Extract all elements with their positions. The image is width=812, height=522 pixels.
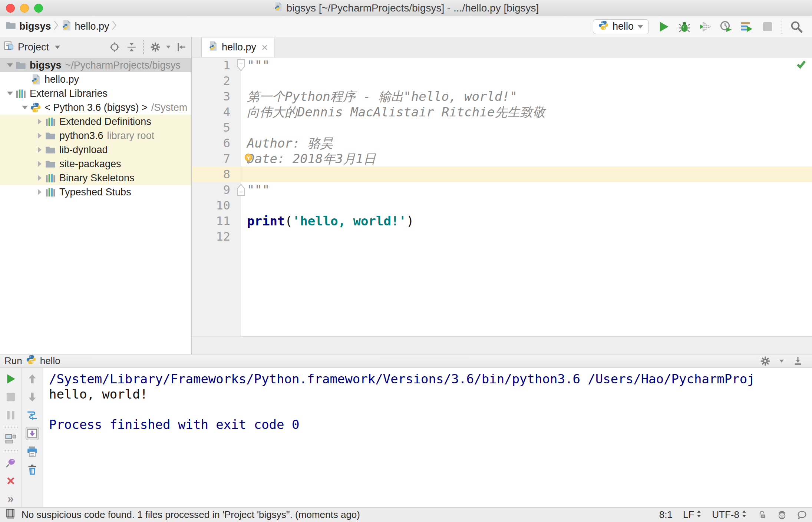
expander-open-icon[interactable] xyxy=(5,92,15,95)
run-configuration-select[interactable]: hello xyxy=(593,19,649,34)
expander-open-icon[interactable] xyxy=(20,106,30,109)
close-button[interactable] xyxy=(4,474,17,488)
collapse-all-button[interactable] xyxy=(125,41,138,53)
tree-row-typeshed-stubs[interactable]: Typeshed Stubs xyxy=(0,185,191,199)
up-stack-trace-button[interactable] xyxy=(26,372,39,386)
line-number[interactable]: 9 xyxy=(192,182,241,198)
editor-line-5[interactable]: 5 xyxy=(192,120,812,135)
hide-panel-button[interactable] xyxy=(175,41,188,53)
expander-closed-icon[interactable] xyxy=(35,189,44,195)
debug-button[interactable] xyxy=(677,19,692,34)
tree-row-external-libraries[interactable]: External Libraries xyxy=(0,86,191,100)
tree-row-python-3-6-bigsys[interactable]: < Python 3.6 (bigsys) >/System xyxy=(0,100,191,115)
library-icon xyxy=(44,172,56,184)
unlock-icon[interactable] xyxy=(757,510,767,520)
line-number[interactable]: 1 xyxy=(192,57,241,73)
search-everywhere-button[interactable] xyxy=(789,19,804,34)
intention-bulb-icon[interactable] xyxy=(243,152,254,166)
run-with-coverage-button[interactable] xyxy=(698,19,713,34)
editor-horizontal-scrollbar[interactable] xyxy=(192,336,812,354)
scroll-to-end-button[interactable] xyxy=(26,427,39,440)
expander-closed-icon[interactable] xyxy=(35,119,44,125)
expander-closed-icon[interactable] xyxy=(35,161,44,167)
restore-layout-button[interactable] xyxy=(4,432,17,446)
tree-row-extended-definitions[interactable]: Extended Definitions xyxy=(0,115,191,129)
hector-inspector-icon[interactable] xyxy=(777,510,787,520)
tree-row-hello-py[interactable]: hello.py xyxy=(0,72,191,86)
down-stack-trace-button[interactable] xyxy=(26,390,39,404)
editor-line-10[interactable]: 10 xyxy=(192,198,812,213)
line-number[interactable]: 10 xyxy=(192,198,241,213)
line-separator-widget[interactable]: LF xyxy=(683,509,702,521)
print-button[interactable] xyxy=(26,445,39,458)
run-button[interactable] xyxy=(656,19,671,34)
fold-end-icon[interactable] xyxy=(236,184,246,196)
close-window-button[interactable] xyxy=(6,4,15,13)
breadcrumb-item-bigsys[interactable]: bigsys xyxy=(5,20,51,33)
run-panel-config-label[interactable]: hello xyxy=(40,355,60,367)
project-panel-title[interactable]: Project xyxy=(18,42,49,53)
pin-button[interactable] xyxy=(4,456,17,469)
soft-wrap-button[interactable] xyxy=(26,409,39,422)
line-number[interactable]: 7 xyxy=(192,151,241,166)
minimize-window-button[interactable] xyxy=(20,4,29,13)
inspection-status-icon[interactable] xyxy=(796,58,808,71)
settings-button[interactable] xyxy=(149,41,162,53)
tree-row-lib-dynload[interactable]: lib-dynload xyxy=(0,143,191,157)
encoding-widget[interactable]: UTF-8 xyxy=(712,509,747,521)
concurrency-diagram-button[interactable] xyxy=(739,19,754,34)
code-editor[interactable]: 1"""2 3第一个Python程序 - 输出"hello, world!"4向… xyxy=(192,57,812,336)
editor-line-7[interactable]: 7Date: 2018年3月1日 xyxy=(192,151,812,166)
line-number[interactable]: 6 xyxy=(192,135,241,151)
editor-line-1[interactable]: 1""" xyxy=(192,57,812,73)
code-text: """ xyxy=(241,182,812,198)
tool-window-bars-icon[interactable] xyxy=(5,508,16,521)
locate-button[interactable] xyxy=(108,41,121,53)
feedback-bubble-icon[interactable] xyxy=(797,510,807,520)
run-tool-window: Run hello » /System/Library/Frameworks/P… xyxy=(0,354,812,507)
line-number[interactable]: 5 xyxy=(192,120,241,135)
tree-row-site-packages[interactable]: site-packages xyxy=(0,157,191,171)
code-text: Date: 2018年3月1日 xyxy=(241,151,812,166)
expander-closed-icon[interactable] xyxy=(35,133,44,139)
status-bar-widgets: 8:1 LF UTF-8 xyxy=(659,509,807,521)
clear-all-button[interactable] xyxy=(26,463,39,476)
line-number[interactable]: 4 xyxy=(192,104,241,120)
breadcrumb-item-hello-py[interactable]: hello.py xyxy=(61,20,109,33)
hide-panel-down-button[interactable] xyxy=(790,354,805,369)
editor-line-11[interactable]: 11print('hello, world!') xyxy=(192,213,812,229)
tree-row-python3-6[interactable]: python3.6library root xyxy=(0,129,191,143)
run-configuration-label: hello xyxy=(613,21,634,32)
line-number[interactable]: 3 xyxy=(192,89,241,104)
zoom-window-button[interactable] xyxy=(34,4,43,13)
profile-button[interactable] xyxy=(719,19,733,34)
line-number[interactable]: 8 xyxy=(192,166,241,182)
editor-line-2[interactable]: 2 xyxy=(192,73,812,89)
fold-start-icon[interactable] xyxy=(236,59,246,72)
rerun-button[interactable] xyxy=(4,372,17,386)
line-number[interactable]: 2 xyxy=(192,73,241,89)
editor-line-4[interactable]: 4向伟大的Dennis MacAlistair Ritchie先生致敬 xyxy=(192,104,812,120)
tree-row-bigsys[interactable]: bigsys~/PycharmProjects/bigsys xyxy=(0,58,191,72)
editor-line-3[interactable]: 3第一个Python程序 - 输出"hello, world!" xyxy=(192,89,812,104)
tab-hello-py[interactable]: hello.py × xyxy=(201,37,274,57)
line-number[interactable]: 11 xyxy=(192,213,241,229)
tree-row-binary-skeletons[interactable]: Binary Skeletons xyxy=(0,171,191,185)
code-text: """ xyxy=(241,57,812,73)
chevron-down-icon[interactable] xyxy=(55,46,60,49)
settings-button[interactable] xyxy=(758,354,773,369)
editor-line-9[interactable]: 9""" xyxy=(192,182,812,198)
close-tab-icon[interactable]: × xyxy=(261,42,268,53)
editor-line-6[interactable]: 6Author: 骆昊 xyxy=(192,135,812,151)
editor-line-12[interactable]: 12 xyxy=(192,229,812,244)
more-actions-button[interactable]: » xyxy=(7,492,14,505)
caret-position-widget[interactable]: 8:1 xyxy=(659,509,673,521)
expander-closed-icon[interactable] xyxy=(35,175,44,181)
stop-button[interactable] xyxy=(760,19,775,34)
run-console[interactable]: /System/Library/Frameworks/Python.framew… xyxy=(43,368,812,507)
line-number[interactable]: 12 xyxy=(192,229,241,244)
expander-open-icon[interactable] xyxy=(5,63,15,67)
editor-line-8[interactable]: 8 xyxy=(192,166,812,182)
expander-closed-icon[interactable] xyxy=(35,147,44,153)
editor-empty-area[interactable] xyxy=(192,244,812,336)
